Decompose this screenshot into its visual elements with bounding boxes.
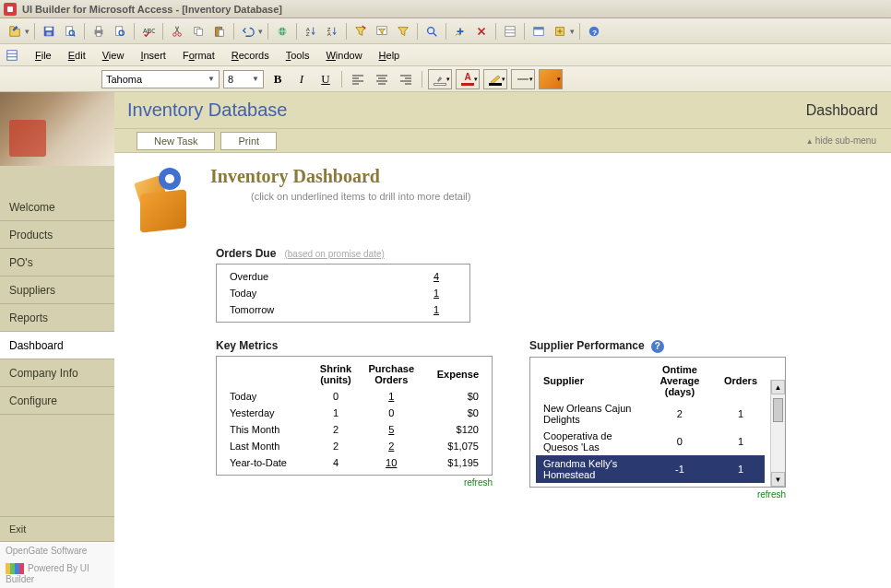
km-po-link[interactable]: 2 (388, 441, 394, 452)
print-sub-button[interactable]: Print (220, 132, 277, 150)
svg-rect-31 (534, 27, 544, 29)
scroll-up-button[interactable]: ▲ (771, 380, 785, 394)
toggle-filter-button[interactable] (394, 22, 412, 41)
font-size-selector[interactable]: 8▼ (223, 70, 264, 88)
font-color-button[interactable]: A▾ (456, 69, 480, 89)
km-header-shrink: Shrink(units) (310, 360, 361, 388)
bold-button[interactable]: B (267, 69, 288, 89)
sort-desc-button[interactable]: ZA (323, 22, 341, 41)
new-record-button[interactable] (451, 22, 469, 41)
help-button[interactable]: ? (585, 22, 603, 41)
new-task-button[interactable]: New Task (137, 132, 215, 150)
nav-item-company-info[interactable]: Company Info (0, 359, 114, 387)
table-row[interactable]: Grandma Kelly's Homestead-11 (536, 455, 765, 483)
align-center-button[interactable] (372, 69, 392, 89)
fill-color-button[interactable]: ▾ (428, 69, 452, 89)
svg-rect-27 (505, 26, 516, 36)
copy-button[interactable] (189, 22, 208, 41)
supplier-perf-refresh[interactable]: refresh (529, 489, 786, 500)
database-window-button[interactable] (529, 22, 548, 41)
order-value-link[interactable]: 1 (434, 288, 439, 299)
menu-format[interactable]: Format (175, 47, 222, 64)
nav-item-configure[interactable]: Configure (0, 387, 114, 415)
undo-button[interactable] (239, 22, 257, 41)
sp-name: Cooperativa de Quesos 'Las (536, 428, 643, 455)
orders-due-title: Orders Due (216, 247, 276, 260)
delete-record-button[interactable] (472, 22, 491, 41)
filter-selection-button[interactable] (351, 22, 370, 41)
svg-line-26 (434, 32, 437, 36)
line-width-button[interactable]: ▾ (511, 69, 535, 89)
supplier-perf-title: Supplier Performance (529, 339, 645, 352)
menu-window[interactable]: Window (318, 47, 369, 64)
km-label: Yesterday (222, 405, 310, 421)
km-po: 5 (361, 421, 422, 438)
find-button[interactable] (422, 22, 441, 41)
design-view-button[interactable] (6, 22, 24, 41)
hyperlink-button[interactable] (273, 22, 291, 41)
special-effect-button[interactable]: ▾ (539, 69, 563, 89)
spelling-button[interactable]: ABC (139, 22, 158, 41)
supplier-scrollbar[interactable]: ▲ ▼ (770, 380, 785, 487)
hide-submenu-link[interactable]: hide sub-menu (806, 135, 876, 146)
page-name: Dashboard (806, 102, 878, 119)
km-label: Last Month (222, 438, 310, 454)
scroll-thumb[interactable] (773, 398, 783, 422)
exit-button[interactable]: Exit (0, 516, 114, 542)
menu-edit[interactable]: Edit (61, 47, 93, 64)
print-button[interactable] (89, 22, 108, 41)
km-po-link[interactable]: 5 (388, 424, 394, 435)
scroll-down-button[interactable]: ▼ (771, 472, 785, 487)
print-preview-button[interactable] (111, 22, 129, 41)
underline-button[interactable]: U (315, 69, 336, 89)
paste-button[interactable] (210, 22, 229, 41)
cut-button[interactable] (168, 22, 186, 41)
svg-line-5 (74, 34, 76, 36)
window-titlebar: UI Builder for Microsoft Access - [Inven… (0, 0, 891, 18)
italic-button[interactable]: I (291, 69, 312, 89)
align-left-button[interactable] (348, 69, 368, 89)
sort-asc-button[interactable]: AZ (302, 22, 320, 41)
window-title: UI Builder for Microsoft Access - [Inven… (22, 4, 282, 15)
order-value-link[interactable]: 1 (434, 304, 439, 315)
new-object-button[interactable] (551, 22, 569, 41)
nav-item-welcome[interactable]: Welcome (0, 194, 114, 221)
km-po: 0 (361, 405, 422, 421)
nav-item-dashboard[interactable]: Dashboard (0, 332, 114, 359)
align-right-button[interactable] (396, 69, 416, 89)
km-po-link[interactable]: 1 (388, 391, 394, 402)
svg-rect-15 (196, 29, 202, 35)
order-value-link[interactable]: 4 (434, 271, 439, 282)
file-search-button[interactable] (61, 22, 79, 41)
menu-records[interactable]: Records (224, 47, 277, 64)
menubar-icon (4, 47, 20, 64)
properties-button[interactable] (501, 22, 519, 41)
save-button[interactable] (40, 22, 58, 41)
font-size-value: 8 (228, 74, 233, 85)
menu-file[interactable]: File (28, 47, 59, 64)
km-po-link[interactable]: 10 (386, 457, 397, 468)
line-color-button[interactable]: ▾ (483, 69, 507, 89)
menu-insert[interactable]: Insert (133, 47, 173, 64)
table-row[interactable]: New Orleans Cajun Delights21 (536, 400, 765, 428)
menu-tools[interactable]: Tools (279, 47, 317, 64)
sidebar: WelcomeProductsPO'sSuppliersReportsDashb… (0, 92, 114, 588)
nav-item-po-s[interactable]: PO's (0, 249, 114, 276)
help-icon[interactable]: ? (651, 340, 664, 353)
nav-item-suppliers[interactable]: Suppliers (0, 276, 114, 304)
svg-rect-8 (96, 32, 101, 36)
nav-item-products[interactable]: Products (0, 221, 114, 249)
font-selector[interactable]: Tahoma▼ (101, 70, 220, 88)
vendor-label: OpenGate Software (0, 542, 114, 559)
nav-item-reports[interactable]: Reports (0, 304, 114, 332)
svg-point-12 (173, 32, 177, 36)
table-row[interactable]: Cooperativa de Quesos 'Las01 (536, 428, 765, 455)
sidebar-image (0, 92, 114, 166)
key-metrics-box: Shrink(units)PurchaseOrdersExpenseToday0… (216, 356, 493, 476)
key-metrics-refresh[interactable]: refresh (216, 477, 493, 488)
menu-help[interactable]: Help (372, 47, 408, 64)
filter-form-button[interactable] (373, 22, 391, 41)
svg-rect-2 (46, 31, 51, 35)
menu-view[interactable]: View (95, 47, 132, 64)
svg-rect-7 (96, 26, 101, 29)
